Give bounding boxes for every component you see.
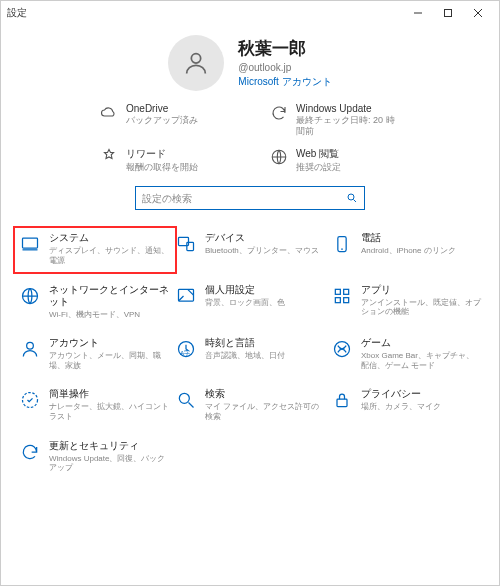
cloud-icon bbox=[100, 104, 118, 122]
svg-rect-18 bbox=[335, 297, 340, 302]
update-icon bbox=[19, 441, 41, 463]
category-privacy[interactable]: プライバシー場所、カメラ、マイク bbox=[331, 388, 481, 421]
category-sub: Bluetooth、プリンター、マウス bbox=[205, 246, 319, 256]
svg-text:A字: A字 bbox=[180, 349, 190, 356]
profile-section: 秋葉一郎 @outlook.jp Microsoft アカウント bbox=[1, 25, 499, 97]
search-box[interactable] bbox=[135, 186, 365, 210]
search-icon bbox=[346, 192, 358, 204]
user-email: @outlook.jp bbox=[238, 62, 331, 73]
category-sub: アンインストール、既定値、オプションの機能 bbox=[361, 298, 481, 317]
category-search[interactable]: 検索マイ ファイル、アクセス許可の検索 bbox=[175, 388, 325, 421]
maximize-button[interactable] bbox=[433, 1, 463, 25]
status-tiles-row-1: OneDriveバックアップ済み Windows Update最終チェック日時:… bbox=[1, 97, 499, 141]
network-icon bbox=[19, 285, 41, 307]
tile-title: Web 閲覧 bbox=[296, 147, 341, 161]
svg-point-6 bbox=[348, 194, 354, 200]
tile-sub: 報酬の取得を開始 bbox=[126, 162, 198, 173]
category-ease[interactable]: 簡単操作ナレーター、拡大鏡、ハイコントラスト bbox=[19, 388, 169, 421]
tile-title: リワード bbox=[126, 147, 198, 161]
category-title: 簡単操作 bbox=[49, 388, 169, 400]
svg-rect-16 bbox=[335, 289, 340, 294]
svg-rect-11 bbox=[187, 243, 194, 251]
category-title: ネットワークとインターネット bbox=[49, 284, 169, 308]
tile-onedrive[interactable]: OneDriveバックアップ済み bbox=[100, 103, 230, 137]
category-system[interactable]: システムディスプレイ、サウンド、通知、電源 bbox=[13, 226, 177, 273]
devices-icon bbox=[175, 233, 197, 255]
account-icon bbox=[19, 338, 41, 360]
titlebar: 設定 bbox=[1, 1, 499, 25]
category-sub: 背景、ロック画面、色 bbox=[205, 298, 285, 308]
svg-rect-17 bbox=[344, 289, 349, 294]
category-sub: マイ ファイル、アクセス許可の検索 bbox=[205, 402, 325, 421]
settings-window: 設定 秋葉一郎 @outlook.jp Microsoft アカウント OneD… bbox=[0, 0, 500, 586]
category-title: 個人用設定 bbox=[205, 284, 285, 296]
tile-web[interactable]: Web 閲覧推奨の設定 bbox=[270, 147, 400, 173]
svg-line-26 bbox=[189, 403, 194, 408]
category-sub: ディスプレイ、サウンド、通知、電源 bbox=[49, 246, 169, 265]
gaming-icon bbox=[331, 338, 353, 360]
tile-sub: 最終チェック日時: 20 時間前 bbox=[296, 115, 400, 137]
rewards-icon bbox=[100, 148, 118, 166]
category-network[interactable]: ネットワークとインターネットWi-Fi、機内モード、VPN bbox=[19, 284, 169, 320]
category-sub: Wi-Fi、機内モード、VPN bbox=[49, 310, 169, 320]
ease-icon bbox=[19, 389, 41, 411]
user-info: 秋葉一郎 @outlook.jp Microsoft アカウント bbox=[238, 37, 331, 89]
category-time[interactable]: A字時刻と言語音声認識、地域、日付 bbox=[175, 337, 325, 370]
tile-title: Windows Update bbox=[296, 103, 400, 114]
apps-icon bbox=[331, 285, 353, 307]
category-personalize[interactable]: 個人用設定背景、ロック画面、色 bbox=[175, 284, 325, 320]
minimize-button[interactable] bbox=[403, 1, 433, 25]
category-title: デバイス bbox=[205, 232, 319, 244]
svg-rect-8 bbox=[23, 239, 38, 249]
svg-rect-27 bbox=[337, 400, 347, 408]
tile-title: OneDrive bbox=[126, 103, 198, 114]
globe-icon bbox=[270, 148, 288, 166]
user-name: 秋葉一郎 bbox=[238, 37, 331, 60]
category-devices[interactable]: デバイスBluetooth、プリンター、マウス bbox=[175, 232, 325, 265]
category-gaming[interactable]: ゲームXbox Game Bar、キャプチャ、配信、ゲーム モード bbox=[331, 337, 481, 370]
svg-point-4 bbox=[192, 54, 201, 63]
category-sub: Windows Update、回復、バックアップ bbox=[49, 454, 169, 473]
sync-icon bbox=[270, 104, 288, 122]
time-icon: A字 bbox=[175, 338, 197, 360]
category-sub: アカウント、メール、同期、職場、家族 bbox=[49, 351, 169, 370]
svg-rect-1 bbox=[445, 10, 452, 17]
tile-rewards[interactable]: リワード報酬の取得を開始 bbox=[100, 147, 230, 173]
svg-point-20 bbox=[27, 343, 34, 350]
category-sub: 音声認識、地域、日付 bbox=[205, 351, 285, 361]
tile-sub: 推奨の設定 bbox=[296, 162, 341, 173]
category-title: 時刻と言語 bbox=[205, 337, 285, 349]
system-icon bbox=[19, 233, 41, 255]
category-sub: 場所、カメラ、マイク bbox=[361, 402, 441, 412]
category-phone[interactable]: 電話Android、iPhone のリンク bbox=[331, 232, 481, 265]
personalize-icon bbox=[175, 285, 197, 307]
category-title: アカウント bbox=[49, 337, 169, 349]
category-title: プライバシー bbox=[361, 388, 441, 400]
content-area: 秋葉一郎 @outlook.jp Microsoft アカウント OneDriv… bbox=[1, 25, 499, 585]
avatar[interactable] bbox=[168, 35, 224, 91]
window-title: 設定 bbox=[7, 6, 27, 20]
category-update[interactable]: 更新とセキュリティWindows Update、回復、バックアップ bbox=[19, 440, 169, 473]
category-apps[interactable]: アプリアンインストール、既定値、オプションの機能 bbox=[331, 284, 481, 320]
search-icon bbox=[175, 389, 197, 411]
svg-rect-19 bbox=[344, 297, 349, 302]
phone-icon bbox=[331, 233, 353, 255]
category-sub: Android、iPhone のリンク bbox=[361, 246, 456, 256]
svg-line-7 bbox=[354, 200, 357, 203]
search-input[interactable] bbox=[142, 193, 346, 204]
category-sub: Xbox Game Bar、キャプチャ、配信、ゲーム モード bbox=[361, 351, 481, 370]
ms-account-link[interactable]: Microsoft アカウント bbox=[238, 75, 331, 89]
tile-windows-update[interactable]: Windows Update最終チェック日時: 20 時間前 bbox=[270, 103, 400, 137]
category-title: システム bbox=[49, 232, 169, 244]
categories-grid: システムディスプレイ、サウンド、通知、電源デバイスBluetooth、プリンター… bbox=[1, 222, 499, 482]
category-title: 検索 bbox=[205, 388, 325, 400]
category-title: アプリ bbox=[361, 284, 481, 296]
privacy-icon bbox=[331, 389, 353, 411]
close-button[interactable] bbox=[463, 1, 493, 25]
category-title: 更新とセキュリティ bbox=[49, 440, 169, 452]
category-sub: ナレーター、拡大鏡、ハイコントラスト bbox=[49, 402, 169, 421]
category-title: ゲーム bbox=[361, 337, 481, 349]
status-tiles-row-2: リワード報酬の取得を開始 Web 閲覧推奨の設定 bbox=[1, 141, 499, 177]
category-account[interactable]: アカウントアカウント、メール、同期、職場、家族 bbox=[19, 337, 169, 370]
category-title: 電話 bbox=[361, 232, 456, 244]
